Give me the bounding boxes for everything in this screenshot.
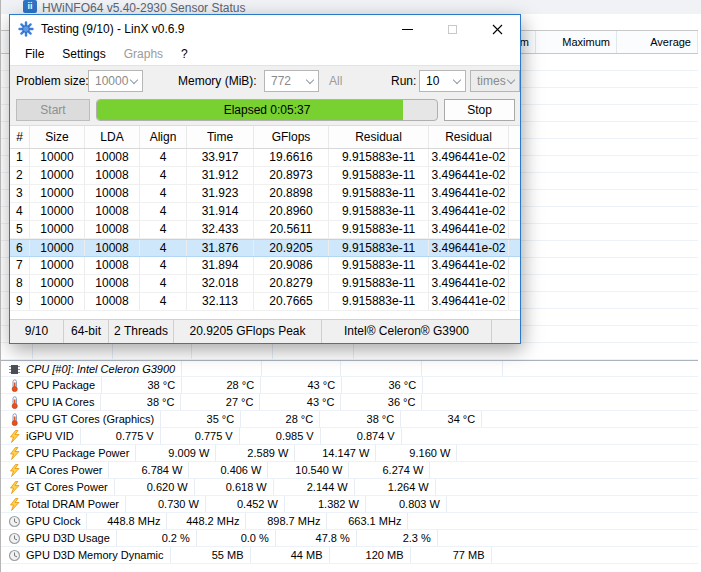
close-button[interactable] bbox=[475, 15, 520, 43]
problem-size-combobox: 10000 bbox=[88, 70, 143, 92]
sensor-section-row[interactable]: CPU [#0]: Intel Celeron G3900 bbox=[1, 360, 698, 377]
table-row[interactable]: 51000010008432.43320.56119.915883e-113.4… bbox=[10, 221, 520, 239]
linx-window-title: Testing (9/10) - LinX v0.6.9 bbox=[41, 22, 184, 36]
memory-combobox: 772 bbox=[264, 70, 319, 92]
lightning-icon bbox=[8, 498, 21, 511]
sensor-current-value: 0.620 W bbox=[115, 479, 195, 495]
sensor-row[interactable]: GPU Clock448.8 MHz448.2 MHz898.7 MHz663.… bbox=[1, 513, 698, 530]
table-cell: 20.8973 bbox=[254, 167, 329, 184]
sensor-row[interactable]: Total DRAM Power0.730 W0.452 W1.382 W0.8… bbox=[1, 496, 698, 513]
table-cell: 31.912 bbox=[187, 167, 254, 184]
table-cell: 33.917 bbox=[187, 149, 254, 166]
table-cell: 4 bbox=[140, 203, 187, 220]
sensor-label: GPU D3D Memory Dynamic bbox=[1, 547, 171, 563]
sensor-label: GPU Clock bbox=[1, 513, 87, 529]
progress-bar: Elapsed 0:05:37 bbox=[96, 99, 438, 121]
status-segment: 64-bit bbox=[64, 320, 109, 343]
table-row[interactable]: 81000010008432.01820.82799.915883e-113.4… bbox=[10, 275, 520, 293]
menu-item-file[interactable]: File bbox=[16, 45, 53, 63]
table-cell: 10000 bbox=[30, 221, 85, 238]
table-cell: 10000 bbox=[30, 203, 85, 220]
table-row[interactable]: 31000010008431.92320.88989.915883e-113.4… bbox=[10, 185, 520, 203]
table-cell: 10000 bbox=[30, 167, 85, 184]
sensor-current-value: 55 MB bbox=[171, 547, 251, 563]
hwinfo-titlebar: ii HWiNFO64 v5.40-2930 Sensor Status bbox=[1, 0, 701, 14]
sensor-minimum-value: 28 °C bbox=[241, 411, 320, 427]
sensor-minimum-value: 0.775 V bbox=[161, 428, 240, 444]
table-cell: 9.915883e-11 bbox=[329, 221, 429, 238]
table-cell: 4 bbox=[140, 221, 187, 238]
table-cell: 4 bbox=[10, 203, 30, 220]
results-column-header[interactable]: # bbox=[10, 126, 30, 148]
table-cell: 32.433 bbox=[187, 221, 254, 238]
table-row[interactable]: 21000010008431.91220.89739.915883e-113.4… bbox=[10, 167, 520, 185]
sensor-label: GT Cores Power bbox=[1, 479, 115, 495]
sensor-average-value: 77 MB bbox=[411, 547, 492, 563]
menu-item-settings[interactable]: Settings bbox=[53, 45, 114, 63]
lightning-icon bbox=[8, 481, 21, 494]
sensor-row[interactable]: GT Cores Power0.620 W0.618 W2.144 W1.264… bbox=[1, 479, 698, 496]
results-column-header[interactable]: Residual bbox=[329, 126, 429, 148]
start-button: Start bbox=[16, 99, 90, 121]
table-row[interactable]: 41000010008431.91420.89609.915883e-113.4… bbox=[10, 203, 520, 221]
sensor-average-value: 0.803 W bbox=[366, 496, 447, 512]
stop-button[interactable]: Stop bbox=[444, 99, 515, 121]
table-cell: 32.018 bbox=[187, 275, 254, 292]
sensor-row[interactable]: CPU Package Power9.009 W2.589 W14.147 W9… bbox=[1, 445, 698, 462]
column-header-maximum[interactable]: Maximum bbox=[536, 31, 617, 53]
column-header-average[interactable]: Average bbox=[617, 31, 698, 53]
table-row[interactable]: 91000010008432.11320.76659.915883e-113.4… bbox=[10, 293, 520, 311]
sensor-average-value: 6.274 W bbox=[349, 462, 430, 478]
sensor-row[interactable]: iGPU VID0.775 V0.775 V0.985 V0.874 V bbox=[1, 428, 698, 445]
cpu-chip-icon bbox=[8, 363, 21, 376]
table-row[interactable]: 11000010008433.91719.66169.915883e-113.4… bbox=[10, 149, 520, 167]
table-cell: 9.915883e-11 bbox=[329, 203, 429, 220]
table-cell: 20.9205 bbox=[254, 240, 329, 256]
sensor-average-value: 36 °C bbox=[341, 394, 422, 410]
sensor-row[interactable]: IA Cores Power6.784 W0.406 W10.540 W6.27… bbox=[1, 462, 698, 479]
table-cell: 31.876 bbox=[187, 240, 254, 256]
progress-label: Elapsed 0:05:37 bbox=[97, 100, 437, 120]
table-row[interactable]: 61000010008431.87620.92059.915883e-113.4… bbox=[10, 239, 520, 257]
results-column-header[interactable]: Size bbox=[30, 126, 85, 148]
linx-titlebar[interactable]: Testing (9/10) - LinX v0.6.9 bbox=[10, 15, 520, 43]
sensor-current-value: 6.784 W bbox=[109, 462, 189, 478]
menu-item-graphs: Graphs bbox=[115, 45, 172, 63]
sensor-row[interactable]: GPU D3D Memory Dynamic55 MB44 MB120 MB77… bbox=[1, 547, 698, 564]
sensor-current-value: 0.2 % bbox=[117, 530, 197, 546]
table-cell: 10008 bbox=[85, 221, 140, 238]
thermometer-icon bbox=[8, 396, 21, 409]
table-cell: 3.496441e-02 bbox=[429, 221, 509, 238]
sensor-average-value bbox=[273, 343, 354, 359]
sensor-label: CPU GT Cores (Graphics) bbox=[1, 411, 161, 427]
table-cell: 10000 bbox=[30, 275, 85, 292]
sensor-average-value: 2.3 % bbox=[357, 530, 438, 546]
chevron-down-icon bbox=[453, 75, 461, 83]
results-column-header[interactable]: Residual (norm.) bbox=[429, 126, 509, 148]
table-cell: 10000 bbox=[30, 257, 85, 274]
table-cell: 20.8279 bbox=[254, 275, 329, 292]
table-cell: 9.915883e-11 bbox=[329, 240, 429, 256]
action-bar: Start Elapsed 0:05:37 Stop bbox=[10, 95, 520, 125]
run-combobox[interactable]: 10 bbox=[419, 70, 466, 92]
sensor-row[interactable]: CPU IA Cores38 °C27 °C43 °C36 °C bbox=[1, 394, 698, 411]
sensor-average-value: 36 °C bbox=[342, 377, 423, 393]
maximize-button bbox=[430, 15, 475, 43]
results-column-header[interactable]: Align bbox=[140, 126, 187, 148]
sensor-row[interactable]: CPU Package38 °C28 °C43 °C36 °C bbox=[1, 377, 698, 394]
table-row[interactable]: 71000010008431.89420.90869.915883e-113.4… bbox=[10, 257, 520, 275]
results-column-header[interactable]: Time bbox=[187, 126, 254, 148]
table-cell: 10008 bbox=[85, 257, 140, 274]
sensor-minimum-value: 0.618 W bbox=[195, 479, 274, 495]
sensor-row[interactable]: CPU GT Cores (Graphics)35 °C28 °C38 °C34… bbox=[1, 411, 698, 428]
status-segment bbox=[492, 320, 520, 343]
sensor-maximum-value: 43 °C bbox=[260, 394, 341, 410]
menu-item-help[interactable]: ? bbox=[172, 45, 197, 63]
sensor-row[interactable]: GPU D3D Usage0.2 %0.0 %47.8 %2.3 % bbox=[1, 530, 698, 547]
results-column-header[interactable]: GFlops bbox=[254, 126, 329, 148]
table-cell: 9.915883e-11 bbox=[329, 275, 429, 292]
minimize-button[interactable] bbox=[385, 15, 430, 43]
table-cell: 3.496441e-02 bbox=[429, 257, 509, 274]
sensor-label: CPU IA Cores bbox=[1, 394, 101, 410]
results-column-header[interactable]: LDA bbox=[85, 126, 140, 148]
